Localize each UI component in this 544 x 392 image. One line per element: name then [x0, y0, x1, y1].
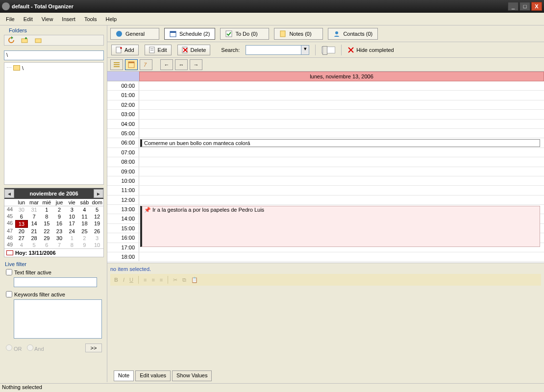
calendar-day[interactable]: 19 [91, 220, 103, 228]
hour-slot[interactable] [139, 81, 544, 90]
menu-file[interactable]: File [2, 15, 19, 24]
underline-button[interactable]: U [129, 277, 133, 283]
menu-help[interactable]: Help [102, 15, 121, 24]
tab-show-values[interactable]: Show Values [172, 370, 212, 381]
tab-contacts[interactable]: Contacts (0) [328, 28, 378, 40]
calendar-day[interactable]: 13 [15, 220, 28, 228]
calendar-day[interactable]: 16 [53, 220, 66, 228]
calendar-day[interactable]: 3 [91, 235, 103, 242]
calendar-day[interactable]: 9 [53, 213, 66, 220]
delete-button[interactable]: Delete [177, 45, 211, 55]
folder-options-icon[interactable] [35, 36, 43, 44]
calendar-day[interactable]: 30 [53, 235, 66, 242]
hour-slot[interactable] [139, 110, 544, 119]
calendar-day[interactable]: 31 [28, 206, 41, 213]
or-radio[interactable] [6, 344, 12, 351]
calendar-day[interactable]: 5 [28, 242, 41, 248]
tree-root-node[interactable]: ⋯ \ [6, 65, 101, 71]
view-day-button[interactable] [125, 59, 138, 70]
minimize-button[interactable]: _ [508, 2, 519, 11]
calendar-day[interactable]: 26 [91, 228, 103, 235]
calendar-day[interactable]: 28 [28, 235, 41, 242]
calendar-day[interactable]: 3 [66, 206, 78, 213]
calendar-day[interactable]: 18 [78, 220, 91, 228]
calendar-day[interactable]: 23 [53, 228, 66, 235]
search-dropdown[interactable]: ▾ [246, 45, 309, 55]
nav-today-button[interactable]: ↔ [175, 59, 188, 70]
calendar-day[interactable]: 5 [91, 206, 103, 213]
calendar-grid[interactable]: lunmarmiéjueviesábdom4430311234545678910… [4, 199, 103, 248]
folder-path-input[interactable]: \ [4, 50, 104, 60]
add-button[interactable]: Add [111, 45, 139, 55]
menu-view[interactable]: View [38, 15, 57, 24]
calendar-day[interactable]: 1 [40, 206, 53, 213]
nav-next-button[interactable]: → [190, 59, 202, 70]
refresh-icon[interactable] [7, 36, 15, 44]
and-radio[interactable] [27, 344, 33, 351]
tab-edit-values[interactable]: Edit values [135, 370, 171, 381]
hour-slot[interactable] [139, 120, 544, 128]
menu-edit[interactable]: Edit [20, 15, 37, 24]
maximize-button[interactable]: □ [519, 2, 530, 11]
tab-note[interactable]: Note [114, 370, 134, 381]
align-center-button[interactable]: ≡ [151, 277, 154, 283]
calendar-day[interactable]: 7 [28, 213, 41, 220]
menu-insert[interactable]: Insert [58, 15, 79, 24]
hour-slot[interactable] [139, 100, 544, 109]
hour-slot[interactable] [139, 167, 544, 176]
calendar-day[interactable]: 15 [40, 220, 53, 228]
day-header[interactable]: lunes, noviembre 13, 2006 [139, 72, 544, 81]
calendar-day[interactable]: 2 [53, 206, 66, 213]
text-filter-input[interactable] [14, 277, 97, 287]
calendar-day[interactable]: 27 [15, 235, 28, 242]
calendar-day[interactable]: 11 [78, 213, 91, 220]
copy-button[interactable]: ⧉ [182, 277, 186, 283]
close-button[interactable]: X [531, 2, 542, 11]
schedule-event-1300[interactable]: 📌Ir a la gestoría a por los papeles de P… [140, 206, 540, 247]
cut-button[interactable]: ✂ [173, 277, 177, 283]
hour-slot[interactable] [139, 176, 544, 185]
menu-tools[interactable]: Tools [80, 15, 101, 24]
calendar-day[interactable]: 14 [28, 220, 41, 228]
calendar-day[interactable]: 2 [78, 235, 91, 242]
hour-slot[interactable] [139, 196, 544, 204]
calendar-day[interactable]: 12 [91, 213, 103, 220]
calendar-day[interactable]: 17 [66, 220, 78, 228]
text-filter-checkbox[interactable] [6, 269, 12, 275]
hour-grid[interactable]: 00:0001:0002:0003:0004:0005:0006:0007:00… [107, 81, 544, 263]
calendar-day[interactable]: 7 [53, 242, 66, 248]
cal-prev-button[interactable]: ◄ [4, 189, 14, 198]
calendar-day[interactable]: 8 [40, 213, 53, 220]
schedule-event-0600[interactable]: Comerme un buen bollo con manteca colorá [140, 139, 540, 147]
italic-button[interactable]: I [123, 277, 124, 283]
filter-go-button[interactable]: >> [85, 343, 102, 352]
align-left-button[interactable]: ≡ [144, 277, 147, 283]
edit-button[interactable]: Edit [145, 45, 172, 55]
bold-button[interactable]: B [114, 277, 118, 283]
keywords-filter-checkbox[interactable] [6, 291, 12, 297]
hour-slot[interactable] [139, 129, 544, 138]
hour-slot[interactable] [139, 91, 544, 99]
calendar-day[interactable]: 20 [15, 228, 28, 235]
keywords-filter-box[interactable] [14, 299, 102, 339]
view-list-button[interactable] [110, 59, 123, 70]
calendar-day[interactable]: 6 [15, 213, 28, 220]
calendar-day[interactable]: 24 [66, 228, 78, 235]
tab-general[interactable]: General [110, 28, 159, 40]
new-folder-icon[interactable] [21, 36, 29, 44]
hour-slot[interactable] [139, 157, 544, 166]
calendar-day[interactable]: 10 [66, 213, 78, 220]
calendar-day[interactable]: 6 [40, 242, 53, 248]
tab-todo[interactable]: To Do (0) [220, 28, 269, 40]
cal-next-button[interactable]: ► [94, 189, 103, 198]
calendar-day[interactable]: 4 [15, 242, 28, 248]
calendar-day[interactable]: 4 [78, 206, 91, 213]
calendar-day[interactable]: 25 [78, 228, 91, 235]
calendar-day[interactable]: 30 [15, 206, 28, 213]
today-row[interactable]: Hoy: 13/11/2006 [4, 248, 103, 257]
calendar-day[interactable]: 9 [78, 242, 91, 248]
hour-slot[interactable] [139, 148, 544, 157]
hide-completed-toggle[interactable]: Hide completed [347, 47, 394, 53]
calendar-day[interactable]: 29 [40, 235, 53, 242]
hour-slot[interactable] [139, 252, 544, 261]
